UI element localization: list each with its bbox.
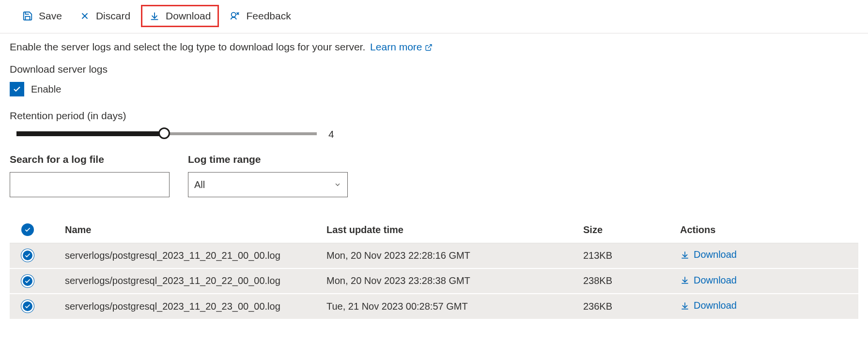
table-row[interactable]: serverlogs/postgresql_2023_11_20_23_00_0… [10,294,858,320]
feedback-button[interactable]: Feedback [223,6,297,26]
content-area: Enable the server logs and select the lo… [0,33,868,328]
row-download-link[interactable]: Download [680,249,737,260]
enable-checkbox[interactable] [10,82,24,96]
table-row[interactable]: serverlogs/postgresql_2023_11_20_21_00_0… [10,243,858,269]
table-header: Name Last update time Size Actions [10,217,858,243]
row-select-checkbox[interactable] [21,300,34,313]
svg-line-5 [428,45,432,48]
discard-label: Discard [96,10,130,22]
row-updated: Mon, 20 Nov 2023 22:28:16 GMT [326,250,583,261]
row-download-label: Download [694,300,737,311]
download-icon [680,301,690,311]
row-updated: Tue, 21 Nov 2023 00:28:57 GMT [326,301,583,312]
select-all-checkbox[interactable] [21,223,34,236]
table-row[interactable]: serverlogs/postgresql_2023_11_20_22_00_0… [10,269,858,295]
download-icon [149,11,160,21]
download-icon [680,275,690,285]
save-icon [22,11,33,21]
row-name: serverlogs/postgresql_2023_11_20_22_00_0… [65,275,326,286]
row-select-checkbox[interactable] [21,249,34,262]
save-label: Save [39,10,62,22]
row-size: 213KB [583,250,680,261]
row-size: 238KB [583,275,680,286]
row-updated: Mon, 20 Nov 2023 23:28:38 GMT [326,275,583,286]
check-icon [24,278,31,284]
col-size: Size [583,224,680,236]
timerange-value: All [194,179,205,190]
row-download-link[interactable]: Download [680,300,737,311]
slider-thumb[interactable] [158,127,170,139]
download-button[interactable]: Download [141,5,219,27]
close-icon [79,11,90,21]
col-last-update: Last update time [326,224,583,236]
feedback-label: Feedback [246,10,291,22]
search-label: Search for a log file [10,154,170,165]
row-name: serverlogs/postgresql_2023_11_20_23_00_0… [65,301,326,312]
feedback-icon [230,11,240,21]
timerange-select[interactable]: All [188,172,348,197]
retention-slider[interactable] [16,130,317,138]
search-input[interactable] [10,172,170,197]
external-link-icon [425,44,433,51]
description-line: Enable the server logs and select the lo… [10,41,858,53]
search-filter-block: Search for a log file [10,154,170,197]
row-size: 236KB [583,301,680,312]
retention-label: Retention period (in days) [10,110,858,122]
retention-slider-row: 4 [16,128,858,140]
learn-more-link[interactable]: Learn more [370,41,433,52]
col-actions: Actions [680,224,858,236]
slider-fill [16,131,162,136]
download-label: Download [166,10,211,22]
discard-button[interactable]: Discard [73,6,137,26]
log-table: Name Last update time Size Actions serve… [10,217,858,320]
row-download-link[interactable]: Download [680,275,737,286]
check-icon [24,252,31,259]
download-logs-label: Download server logs [10,63,858,75]
description-text: Enable the server logs and select the lo… [10,41,365,52]
timerange-label: Log time range [188,154,348,165]
row-name: serverlogs/postgresql_2023_11_20_21_00_0… [65,250,326,261]
row-select-checkbox[interactable] [21,275,34,287]
check-icon [24,303,31,310]
save-button[interactable]: Save [16,6,69,26]
enable-checkbox-row: Enable [10,82,858,96]
command-bar: Save Discard Download Feedback [0,0,868,33]
row-download-label: Download [694,275,737,286]
row-download-label: Download [694,249,737,260]
check-icon [13,85,21,94]
timerange-filter-block: Log time range All [188,154,348,197]
enable-label: Enable [31,84,61,95]
svg-point-4 [232,13,236,17]
download-icon [680,250,690,260]
retention-value: 4 [328,128,334,140]
chevron-down-icon [334,181,341,189]
learn-more-text: Learn more [370,41,422,52]
check-icon [24,226,31,233]
filter-row: Search for a log file Log time range All [10,154,858,197]
col-name: Name [65,224,326,236]
